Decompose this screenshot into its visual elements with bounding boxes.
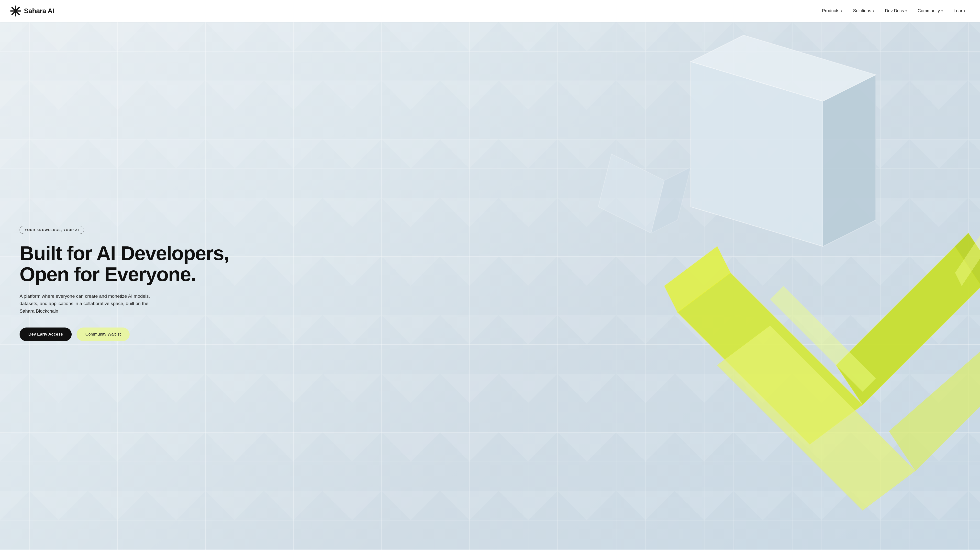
hero-buttons: Dev Early Access Community Waitlist [19,328,229,341]
hero-section: YOUR KNOWLEDGE, YOUR AI Built for AI Dev… [0,22,980,550]
svg-point-4 [15,10,17,12]
nav-label-solutions: Solutions [853,8,871,13]
nav-item-devdocs[interactable]: Dev Docs ▾ [880,6,912,15]
svg-marker-6 [823,75,876,246]
nav-label-learn: Learn [954,8,965,13]
chevron-down-icon: ▾ [873,9,874,13]
dev-early-access-button[interactable]: Dev Early Access [19,328,72,341]
logo[interactable]: Sahara AI [10,5,54,17]
nav-label-community: Community [918,8,940,13]
nav-item-community[interactable]: Community ▾ [912,6,948,15]
nav-item-products[interactable]: Products ▾ [817,6,848,15]
hero-decoration [441,22,980,550]
hero-content: YOUR KNOWLEDGE, YOUR AI Built for AI Dev… [0,211,248,361]
navbar: Sahara AI Products ▾ Solutions ▾ Dev Doc… [0,0,980,22]
hero-subtitle: A platform where everyone can create and… [19,293,156,315]
logo-text: Sahara AI [24,7,54,15]
chevron-down-icon: ▾ [841,9,842,13]
hero-title-line2: Open for Everyone. [19,263,196,285]
hero-badge: YOUR KNOWLEDGE, YOUR AI [19,226,84,234]
hero-title-line1: Built for AI Developers, [19,242,229,264]
nav-label-devdocs: Dev Docs [885,8,904,13]
nav-item-solutions[interactable]: Solutions ▾ [848,6,880,15]
nav-label-products: Products [822,8,839,13]
nav-item-learn[interactable]: Learn [948,6,970,15]
hero-title: Built for AI Developers, Open for Everyo… [19,243,229,285]
chevron-down-icon: ▾ [905,9,907,13]
badge-text: YOUR KNOWLEDGE, YOUR AI [25,228,79,232]
logo-icon [10,5,22,17]
community-waitlist-button[interactable]: Community Waitlist [76,328,130,341]
nav-links: Products ▾ Solutions ▾ Dev Docs ▾ Commun… [817,6,970,15]
chevron-down-icon: ▾ [941,9,943,13]
